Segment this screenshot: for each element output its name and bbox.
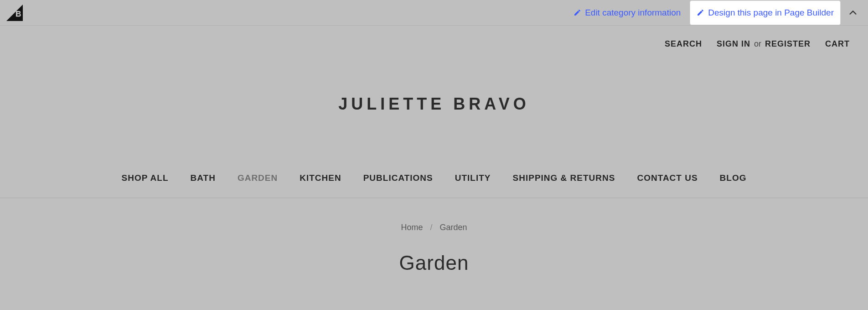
nav-item-bath[interactable]: BATH (191, 173, 216, 183)
nav-item-shipping-returns[interactable]: SHIPPING & RETURNS (513, 173, 615, 183)
auth-group: SIGN IN or REGISTER (717, 39, 811, 49)
nav-item-kitchen[interactable]: KITCHEN (300, 173, 341, 183)
register-link[interactable]: REGISTER (765, 39, 811, 49)
nav-item-contact-us[interactable]: CONTACT US (637, 173, 698, 183)
nav-item-publications[interactable]: PUBLICATIONS (363, 173, 433, 183)
nav-item-blog[interactable]: BLOG (720, 173, 747, 183)
design-page-label: Design this page in Page Builder (708, 8, 834, 18)
or-separator: or (754, 39, 761, 49)
search-link[interactable]: SEARCH (665, 39, 702, 49)
breadcrumb-home[interactable]: Home (401, 223, 423, 232)
nav-item-shop-all[interactable]: SHOP ALL (122, 173, 169, 183)
main-nav: SHOP ALLBATHGARDENKITCHENPUBLICATIONSUTI… (0, 173, 868, 198)
user-bar: SEARCH SIGN IN or REGISTER CART (0, 26, 868, 49)
chevron-up-icon (848, 8, 858, 18)
site-title[interactable]: JULIETTE BRAVO (0, 95, 868, 114)
nav-item-garden[interactable]: GARDEN (238, 173, 278, 183)
cart-link[interactable]: CART (825, 39, 850, 49)
edit-category-link[interactable]: Edit category information (567, 0, 687, 25)
nav-item-utility[interactable]: UTILITY (455, 173, 491, 183)
page-heading: Garden (0, 252, 868, 274)
admin-bar: Edit category information Design this pa… (0, 0, 868, 26)
bigcommerce-logo (5, 4, 24, 22)
collapse-admin-bar-button[interactable] (846, 6, 860, 20)
pencil-icon (697, 9, 704, 16)
sign-in-link[interactable]: SIGN IN (717, 39, 750, 49)
breadcrumb: Home / Garden (0, 223, 868, 232)
pencil-icon (574, 9, 581, 16)
breadcrumb-current: Garden (439, 223, 467, 232)
edit-category-label: Edit category information (585, 8, 681, 18)
breadcrumb-separator: / (430, 223, 432, 232)
design-page-link[interactable]: Design this page in Page Builder (690, 0, 841, 25)
